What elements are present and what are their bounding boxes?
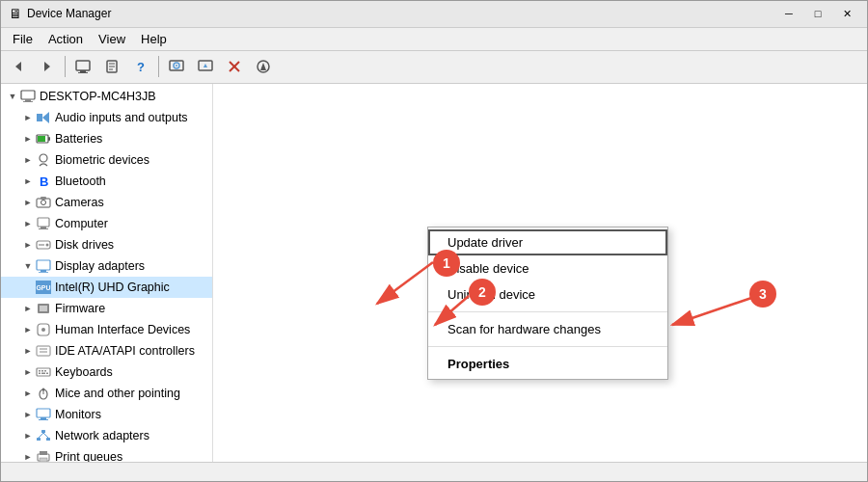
batteries-label: Batteries: [55, 132, 102, 146]
svg-rect-20: [23, 101, 33, 102]
svg-rect-37: [37, 260, 50, 270]
intel-label: Intel(R) UHD Graphic: [55, 281, 170, 294]
context-menu: Update driver Disable device Uninstall d…: [427, 227, 668, 380]
disk-icon: [36, 237, 51, 253]
tree-intel-graphics[interactable]: GPU Intel(R) UHD Graphic: [1, 277, 212, 298]
svg-text:GPU: GPU: [36, 284, 50, 291]
svg-point-11: [176, 65, 177, 67]
mice-label: Mice and other pointing: [55, 387, 180, 400]
tree-display[interactable]: ▼ Display adapters: [1, 255, 212, 277]
mice-icon: [36, 386, 51, 401]
display-arrow: ▼: [20, 258, 36, 274]
menu-help[interactable]: Help: [133, 30, 175, 48]
svg-rect-62: [41, 430, 45, 433]
tree-print[interactable]: ► Print queues: [1, 446, 212, 462]
bluetooth-label: Bluetooth: [55, 174, 106, 188]
svg-rect-25: [38, 136, 45, 142]
svg-marker-1: [44, 62, 50, 71]
tree-biometric[interactable]: ► Biometric devices: [1, 149, 212, 171]
toolbar-disable[interactable]: [221, 53, 248, 80]
tree-disk[interactable]: ► Disk drives: [1, 234, 212, 255]
menu-file[interactable]: File: [5, 30, 41, 48]
monitor-icon: [36, 407, 51, 422]
ctx-uninstall-device[interactable]: Uninstall device: [428, 281, 667, 308]
toolbar-help[interactable]: ?: [127, 53, 154, 80]
network-arrow: ►: [20, 428, 36, 443]
tree-network[interactable]: ► Network adapters: [1, 425, 212, 446]
tree-cameras[interactable]: ► Cameras: [1, 192, 212, 213]
svg-marker-22: [42, 112, 49, 123]
toolbar-uninstall[interactable]: [250, 53, 277, 80]
toolbar-device-manager[interactable]: [69, 53, 96, 80]
biometric-label: Biometric devices: [55, 153, 149, 167]
tree-firmware[interactable]: ► Firmware: [1, 298, 212, 319]
biometric-arrow: ►: [20, 152, 36, 168]
ctx-update-driver[interactable]: Update driver: [428, 229, 667, 255]
tree-hid[interactable]: ► Human Interface Devices: [1, 319, 212, 340]
audio-arrow: ►: [20, 110, 36, 125]
minimize-button[interactable]: ─: [776, 4, 801, 23]
tree-bluetooth[interactable]: ► B Bluetooth: [1, 171, 212, 192]
svg-marker-17: [260, 63, 266, 70]
maximize-button[interactable]: □: [805, 4, 830, 23]
root-arrow: ▼: [5, 89, 20, 104]
svg-rect-51: [41, 370, 43, 372]
svg-rect-3: [80, 70, 86, 72]
toolbar-forward[interactable]: [34, 53, 61, 80]
ctx-scan-hardware[interactable]: Scan for hardware changes: [428, 316, 667, 342]
tree-monitors[interactable]: ► Monitors: [1, 404, 212, 425]
ctx-sep-1: [428, 311, 667, 312]
ctx-properties[interactable]: Properties: [428, 351, 667, 377]
audio-icon: [36, 110, 51, 125]
svg-rect-50: [39, 370, 41, 372]
bluetooth-icon: B: [36, 174, 51, 189]
content-area: Update driver Disable device Uninstall d…: [213, 84, 867, 462]
tree-computer[interactable]: ► Computer: [1, 213, 212, 234]
tree-panel[interactable]: ▼ DESKTOP-MC4H3JB ► Audio inputs and out…: [1, 84, 213, 462]
ide-arrow: ►: [20, 343, 36, 359]
svg-point-45: [41, 328, 45, 332]
svg-rect-46: [37, 346, 50, 356]
menu-view[interactable]: View: [91, 30, 133, 48]
network-label: Network adapters: [55, 429, 149, 442]
print-icon: [36, 449, 51, 462]
close-button[interactable]: ✕: [834, 4, 859, 23]
tree-batteries[interactable]: ► Batteries: [1, 128, 212, 149]
svg-point-35: [46, 243, 49, 246]
intel-icon: GPU: [36, 280, 51, 295]
mice-arrow: ►: [20, 386, 36, 401]
bluetooth-arrow: ►: [20, 174, 36, 189]
svg-text:▲: ▲: [203, 62, 209, 68]
tree-mice[interactable]: ► Mice and other pointing: [1, 383, 212, 404]
title-bar: 🖥 Device Manager ─ □ ✕: [1, 1, 867, 28]
toolbar: ? ▲: [1, 51, 867, 84]
svg-rect-33: [39, 228, 48, 229]
toolbar-scan[interactable]: [163, 53, 190, 80]
svg-rect-39: [39, 272, 48, 273]
keyboard-icon: [36, 364, 51, 380]
ctx-disable-device[interactable]: Disable device: [428, 255, 667, 281]
computer-arrow: ►: [20, 216, 36, 231]
svg-rect-31: [38, 218, 49, 227]
menu-action[interactable]: Action: [41, 30, 91, 48]
svg-line-80: [377, 262, 433, 304]
tree-root[interactable]: ▼ DESKTOP-MC4H3JB: [1, 86, 212, 107]
svg-rect-24: [48, 137, 50, 141]
svg-rect-61: [39, 419, 48, 420]
firmware-icon: [36, 301, 51, 316]
svg-rect-21: [37, 114, 42, 121]
print-label: Print queues: [55, 450, 122, 462]
toolbar-back[interactable]: [5, 53, 32, 80]
audio-label: Audio inputs and outputs: [55, 111, 188, 124]
hid-icon: [36, 322, 51, 337]
status-bar: [1, 462, 867, 481]
toolbar-sep-1: [65, 56, 66, 77]
tree-ide[interactable]: ► IDE ATA/ATAPI controllers: [1, 340, 212, 362]
tree-audio[interactable]: ► Audio inputs and outputs: [1, 107, 212, 128]
toolbar-update-driver[interactable]: ▲: [192, 53, 219, 80]
svg-rect-54: [41, 372, 45, 374]
tree-keyboards[interactable]: ► Keyboards: [1, 362, 212, 383]
svg-rect-68: [40, 451, 47, 455]
network-icon: [36, 428, 51, 443]
toolbar-properties[interactable]: [98, 53, 125, 80]
